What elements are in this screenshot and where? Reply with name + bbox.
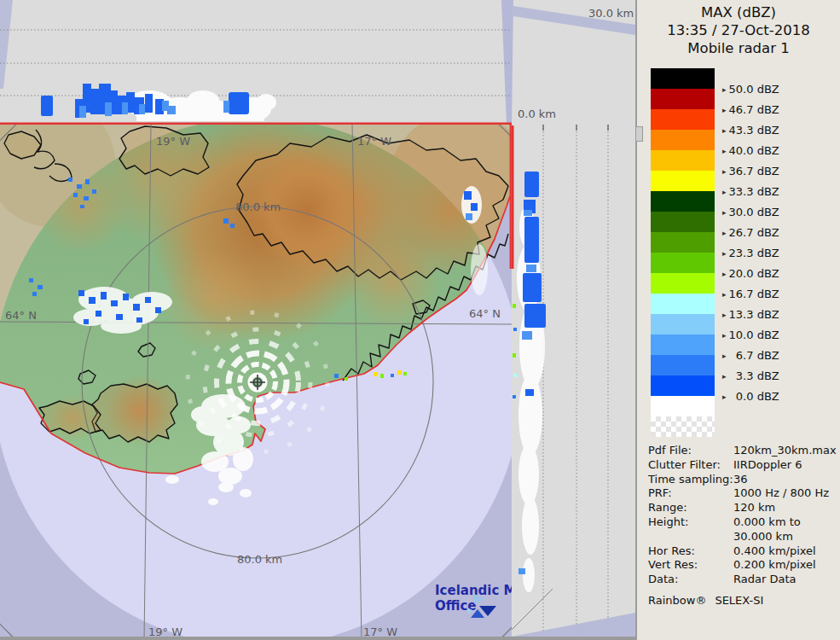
metadata-row: Height: 0.000 km to [648,515,836,530]
panel-header: MAX (dBZ) 13:35 / 27-Oct-2018 Mobile rad… [637,3,840,57]
colorbar-band: ▸23.3 dBZ [651,232,715,253]
metadata-row: Clutter Filter: IIRDoppler 6 [648,458,836,473]
colorbar-threshold-label: ▸46.7 dBZ [722,103,825,116]
metadata-value: 0.000 km to [733,515,836,530]
panel-resize-notch[interactable] [635,126,643,142]
colorbar-threshold-label: ▸26.7 dBZ [722,226,825,239]
brand-selex: SELEX-SI [715,594,763,607]
colorbar-threshold-label: ▸20.0 dBZ [722,267,825,280]
colorbar-threshold-label: ▸10.0 dBZ [722,329,825,341]
metadata-label [648,530,733,544]
dbz-colorbar: ▸50.0 dBZ ▸46.7 dBZ ▸43.3 dBZ ▸40.0 dBZ … [651,68,821,437]
metadata-label: PRF: [648,486,733,501]
product-title: MAX (dBZ) [637,3,840,21]
colorbar-band: ▸46.7 dBZ [651,89,715,109]
radar-name: Mobile radar 1 [637,39,840,57]
height-axis-max-label: 30.0 km [588,7,634,20]
metadata-label: Vert Res: [648,558,733,573]
metadata-label: Clutter Filter: [648,458,733,473]
colorbar-band: ▸40.0 dBZ [651,130,715,150]
colorbar-band: ▸3.3 dBZ [651,355,715,375]
colorbar-threshold-label: ▸50.0 dBZ [722,83,825,96]
colorbar-threshold-label: ▸33.3 dBZ [722,185,825,198]
metadata-label: Hor Res: [648,544,733,559]
colorbar-threshold-label: ▸23.3 dBZ [722,247,825,259]
metadata-value: 36 [733,473,836,487]
colorbar-band: ▸30.0 dBZ [651,191,715,212]
brand-rainbow: Rainbow® [648,594,706,607]
colorbar-threshold-label: ▸13.3 dBZ [722,308,825,321]
metadata-value: Radar Data [733,573,836,587]
colorbar-threshold-label: ▸3.3 dBZ [722,369,825,382]
imo-logo-text-line1: Icelandic Met [435,583,512,598]
product-metadata: Pdf File: 120km_30km.max Clutter Filter:… [648,444,836,608]
product-datetime: 13:35 / 27-Oct-2018 [637,21,840,39]
metadata-row: Pdf File: 120km_30km.max [648,444,836,458]
metadata-value: 0.400 km/pixel [733,544,836,559]
lat-label-right: 64° N [469,307,501,320]
colorbar-band: ▸26.7 dBZ [651,212,715,232]
colorbar-band: ▸36.7 dBZ [651,150,715,171]
metadata-label: Range: [648,501,733,515]
radar-application-window: 30.0 km 0.0 km [0,0,840,640]
metadata-row: 30.000 km [648,530,836,544]
metadata-row: Data: Radar Data [648,573,836,587]
colorbar-band: ▸33.3 dBZ [651,171,715,191]
colorbar-band: ▸16.7 dBZ [651,273,715,294]
legend-panel: MAX (dBZ) 13:35 / 27-Oct-2018 Mobile rad… [635,0,840,640]
ring-label-top: 80.0 km [235,201,281,213]
lon19-label-top: 19° W [156,135,190,148]
metadata-row: Hor Res: 0.400 km/pixel [648,544,836,559]
metadata-value: 1000 Hz / 800 Hz [733,486,836,501]
colorbar-band-below-zero [651,396,715,416]
metadata-label: Height: [648,515,733,530]
metadata-row: Time sampling: 36 [648,473,836,487]
metadata-value: 30.000 km [733,530,836,544]
colorbar-band: ▸10.0 dBZ [651,314,715,335]
colorbar-band: ▸13.3 dBZ [651,294,715,314]
colorbar-threshold-label: ▸30.0 dBZ [722,206,825,218]
colorbar-threshold-label: ▸40.0 dBZ [722,144,825,157]
height-axis-zero-label: 0.0 km [518,108,556,120]
metadata-row: PRF: 1000 Hz / 800 Hz [648,486,836,501]
metadata-value: 120km_30km.max [733,444,837,458]
radar-map: 80.0 km 80.0 km 64° N 64° N 19° W 19° W … [0,125,512,640]
metadata-label: Data: [648,573,733,587]
lat-label-left: 64° N [5,309,37,322]
colorbar-threshold-label: ▸6.7 dBZ [722,349,825,362]
colorbar-band-transparent [651,416,715,437]
bottom-margin-bar [0,637,635,640]
lon17-label-top: 17° W [357,135,391,148]
colorbar-threshold-label: ▸43.3 dBZ [722,124,825,137]
software-brand: Rainbow®SELEX-SI [648,594,836,608]
top-height-strip: 30.0 km 0.0 km [0,0,635,125]
metadata-row: Range: 120 km [648,501,836,515]
data-area-border-right [512,125,514,269]
colorbar-band: ▸0.0 dBZ [651,375,715,396]
colorbar-threshold-label: ▸36.7 dBZ [722,165,825,177]
colorbar-band: ▸50.0 dBZ [651,68,715,89]
metadata-value: 0.200 km/pixel [733,558,836,573]
metadata-value: IIRDoppler 6 [733,458,836,473]
colorbar-threshold-label: ▸0.0 dBZ [722,390,825,403]
metadata-label: Time sampling: [648,473,733,487]
colorbar-band: ▸20.0 dBZ [651,253,715,273]
colorbar-threshold-label: ▸16.7 dBZ [722,288,825,300]
ring-label-bottom: 80.0 km [237,553,282,566]
metadata-label: Pdf File: [648,444,733,458]
right-height-strip [512,125,635,640]
metadata-row: Vert Res: 0.200 km/pixel [648,558,836,573]
colorbar-band: ▸6.7 dBZ [651,335,715,355]
colorbar-band: ▸43.3 dBZ [651,109,715,130]
metadata-value: 120 km [733,501,836,515]
